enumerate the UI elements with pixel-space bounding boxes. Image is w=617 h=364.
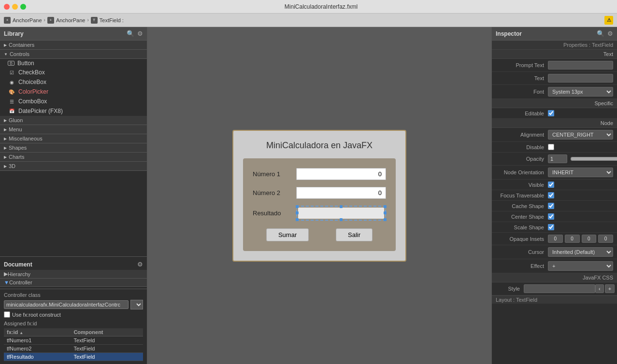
breadcrumb-item-2[interactable]: + AnchorPane [47, 17, 86, 24]
checkbox-icon: ☑ [8, 69, 15, 76]
breadcrumb-item-1[interactable]: + AnchorPane [4, 17, 42, 24]
text-label: Text [496, 75, 544, 81]
close-button[interactable] [4, 4, 10, 10]
fx-id-column-header[interactable]: fx:id ▲ [4, 328, 71, 336]
controller-input-row [4, 300, 143, 309]
3d-label: 3D [9, 163, 15, 169]
breadcrumb-arrow-1: › [44, 17, 45, 23]
editable-checkbox[interactable] [548, 110, 554, 116]
focus-traversable-checkbox[interactable] [548, 192, 554, 198]
prompt-text-input[interactable] [548, 61, 613, 70]
document-settings-icon[interactable]: ⚙ [137, 261, 143, 268]
opaque-inset-1[interactable] [548, 235, 563, 243]
font-row: Font System 13px [492, 85, 617, 99]
opacity-slider[interactable] [570, 155, 617, 163]
library-settings-icon[interactable]: ⚙ [137, 30, 143, 37]
text-input[interactable] [548, 74, 613, 83]
app-inner-panel: Número 1 Número 2 Resultado [243, 158, 396, 251]
node-orientation-select[interactable]: INHERIT [548, 168, 613, 177]
style-input[interactable] [524, 284, 595, 293]
resize-handle-ml[interactable] [296, 211, 299, 214]
library-search-icon[interactable]: 🔍 [127, 30, 134, 37]
breadcrumb: + AnchorPane › + AnchorPane › T TextFiel… [0, 14, 617, 27]
salir-button[interactable]: Salir [336, 228, 373, 241]
library-item-combobox[interactable]: ☰ ComboBox [0, 97, 147, 106]
style-next-button[interactable]: + [605, 284, 615, 293]
left-panel: Library 🔍 ⚙ ▶ Containers ▼ Controls B Bu… [0, 27, 147, 364]
fx-id-table: fx:id ▲ Component tfNumero1 TextField tf… [4, 328, 143, 361]
table-row[interactable]: tfNumero2 TextField [4, 345, 143, 353]
controls-expand-icon: ▼ [4, 52, 8, 56]
numero2-input[interactable] [296, 187, 386, 199]
hierarchy-label: Hierarchy [8, 271, 30, 277]
alignment-select[interactable]: CENTER_RIGHT [548, 130, 613, 140]
library-item-choicebox[interactable]: ◉ ChoiceBox [0, 77, 147, 87]
resultado-input[interactable] [298, 208, 384, 219]
disable-checkbox[interactable] [548, 144, 554, 150]
warning-icon: ⚠ [604, 16, 613, 25]
numero1-input[interactable] [296, 168, 386, 180]
effect-label: Effect [496, 263, 544, 269]
resultado-input-wrapper [296, 206, 386, 221]
fx-root-checkbox[interactable] [4, 311, 10, 318]
containers-section[interactable]: ▶ Containers [0, 41, 147, 50]
charts-label: Charts [9, 154, 24, 160]
maximize-button[interactable] [20, 4, 26, 10]
resize-handle-tm[interactable] [340, 205, 343, 208]
3d-section[interactable]: ▶ 3D [0, 162, 147, 171]
style-label: Style [496, 286, 520, 292]
focus-traversable-row: Focus Traversable [492, 190, 617, 201]
resize-handle-tl[interactable] [296, 205, 299, 208]
inspector-title: Inspector [496, 30, 597, 37]
library-item-colorpicker[interactable]: 🎨 ColorPicker [0, 87, 147, 97]
fx-id-cell: tfNumero1 [4, 336, 71, 345]
font-select[interactable]: System 13px [548, 87, 613, 97]
datepicker-label: DatePicker (FX8) [18, 108, 63, 114]
inspector-search-icon[interactable]: 🔍 [597, 30, 604, 37]
library-item-checkbox[interactable]: ☑ CheckBox [0, 68, 147, 77]
style-prev-button[interactable]: ‹ [595, 284, 604, 293]
table-row[interactable]: tfResultado TextField [4, 353, 143, 361]
opacity-input[interactable] [548, 154, 567, 163]
resize-handle-bm[interactable] [340, 218, 343, 221]
breadcrumb-item-3[interactable]: T TextField : [91, 17, 124, 24]
resize-handle-mr[interactable] [384, 211, 387, 214]
visible-checkbox[interactable] [548, 182, 554, 188]
center-shape-checkbox[interactable] [548, 213, 554, 220]
library-item-button[interactable]: B Button [0, 59, 147, 68]
sumar-button[interactable]: Sumar [266, 228, 309, 241]
library-item-datepicker[interactable]: 📅 DatePicker (FX8) [0, 106, 147, 116]
cursor-select[interactable]: Inherited (Default) [548, 247, 613, 257]
miscellaneous-section[interactable]: ▶ Miscellaneous [0, 134, 147, 143]
controller-class-dropdown[interactable] [130, 300, 143, 309]
opaque-insets-label: Opaque Insets [496, 236, 544, 242]
prompt-text-label: Prompt Text [496, 62, 544, 68]
disable-label: Disable [496, 144, 544, 150]
controls-section[interactable]: ▼ Controls [0, 50, 147, 59]
gluon-section[interactable]: ▶ Gluon [0, 116, 147, 125]
opaque-inset-2[interactable] [565, 235, 580, 243]
minimize-button[interactable] [12, 4, 18, 10]
breadcrumb-arrow-2: › [87, 17, 88, 23]
inspector-settings-icon[interactable]: ⚙ [607, 30, 613, 37]
opaque-inset-4[interactable] [598, 235, 613, 243]
controls-label: Controls [10, 51, 29, 57]
shapes-section[interactable]: ▶ Shapes [0, 143, 147, 153]
controller-section[interactable]: ▼ Controller [0, 279, 147, 287]
resize-handle-bl[interactable] [296, 218, 299, 221]
effect-select[interactable]: + [548, 261, 613, 271]
table-row[interactable]: tfNumero1 TextField [4, 336, 143, 345]
choicebox-label: ChoiceBox [18, 79, 46, 85]
component-cell: TextField [71, 345, 143, 353]
cache-shape-checkbox[interactable] [548, 203, 554, 209]
resize-handle-tr[interactable] [384, 205, 387, 208]
resize-handle-br[interactable] [384, 218, 387, 221]
controller-class-input[interactable] [4, 300, 129, 309]
charts-section[interactable]: ▶ Charts [0, 153, 147, 162]
opaque-inset-3[interactable] [582, 235, 597, 243]
scale-shape-checkbox[interactable] [548, 224, 554, 230]
hierarchy-section[interactable]: ▶ Hierarchy [0, 270, 147, 279]
bottom-status: Layout : TextField [492, 295, 617, 304]
3d-expand-icon: ▶ [4, 164, 7, 168]
menu-section[interactable]: ▶ Menu [0, 125, 147, 134]
